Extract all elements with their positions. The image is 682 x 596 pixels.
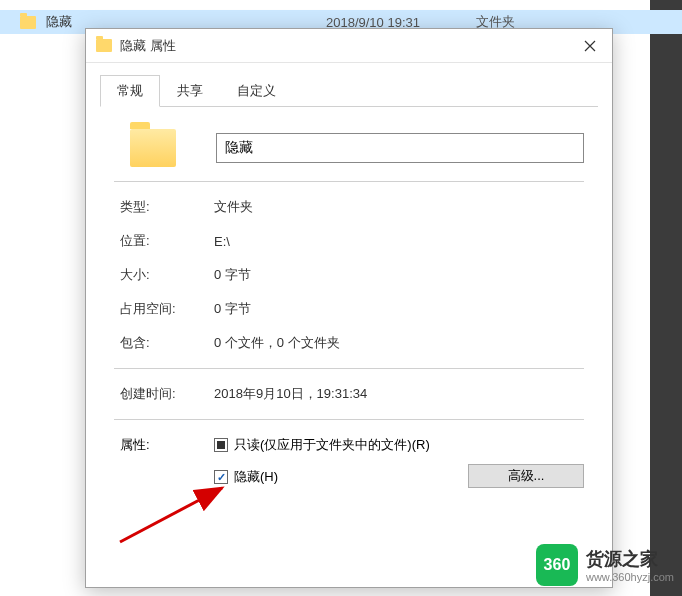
created-label: 创建时间:	[120, 385, 214, 403]
folder-name-input[interactable]	[216, 133, 584, 163]
close-button[interactable]	[567, 29, 612, 63]
close-icon	[584, 40, 596, 52]
attributes-label: 属性:	[120, 436, 214, 486]
type-label: 类型:	[120, 198, 214, 216]
size-label: 大小:	[120, 266, 214, 284]
sizeondisk-value: 0 字节	[214, 300, 251, 318]
readonly-checkbox-row[interactable]: 只读(仅应用于文件夹中的文件)(R)	[214, 436, 584, 454]
watermark-url: www.360hyzj.com	[586, 571, 674, 583]
hidden-checkbox-row[interactable]: 隐藏(H) 高级...	[214, 468, 584, 486]
watermark: 360 货源之家 www.360hyzj.com	[536, 544, 674, 586]
watermark-title: 货源之家	[586, 547, 674, 571]
tab-strip: 常规 共享 自定义	[100, 75, 598, 107]
folder-large-icon	[130, 129, 176, 167]
created-value: 2018年9月10日，19:31:34	[214, 385, 367, 403]
type-value: 文件夹	[214, 198, 253, 216]
folder-icon	[20, 16, 36, 29]
divider	[114, 181, 584, 182]
hidden-label: 隐藏(H)	[234, 468, 278, 486]
readonly-label: 只读(仅应用于文件夹中的文件)(R)	[234, 436, 430, 454]
location-value: E:\	[214, 234, 230, 249]
sizeondisk-label: 占用空间:	[120, 300, 214, 318]
divider	[114, 419, 584, 420]
checkbox-checked-icon	[214, 470, 228, 484]
titlebar[interactable]: 隐藏 属性	[86, 29, 612, 63]
checkbox-indeterminate-icon	[214, 438, 228, 452]
contains-label: 包含:	[120, 334, 214, 352]
properties-dialog: 隐藏 属性 常规 共享 自定义 类型:文件夹 位置:E:\ 大小:0 字节 占用…	[85, 28, 613, 588]
tab-sharing[interactable]: 共享	[160, 75, 220, 107]
folder-icon	[96, 39, 112, 52]
tab-content: 类型:文件夹 位置:E:\ 大小:0 字节 占用空间:0 字节 包含:0 个文件…	[100, 107, 598, 486]
divider	[114, 368, 584, 369]
window-edge	[650, 0, 682, 596]
contains-value: 0 个文件，0 个文件夹	[214, 334, 340, 352]
location-label: 位置:	[120, 232, 214, 250]
watermark-badge: 360	[536, 544, 578, 586]
tab-general[interactable]: 常规	[100, 75, 160, 107]
dialog-title: 隐藏 属性	[120, 37, 567, 55]
tab-customize[interactable]: 自定义	[220, 75, 293, 107]
size-value: 0 字节	[214, 266, 251, 284]
advanced-button[interactable]: 高级...	[468, 464, 584, 488]
